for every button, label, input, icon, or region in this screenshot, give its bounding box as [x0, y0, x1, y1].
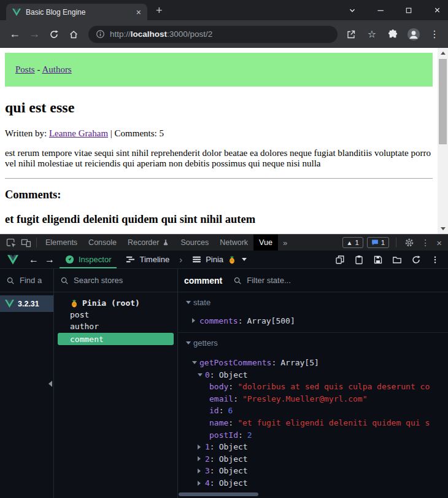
- minimize-button[interactable]: ─: [376, 6, 385, 15]
- tree-row-id[interactable]: id6: [178, 405, 448, 417]
- horizontal-scrollbar-thumb[interactable]: [179, 492, 258, 496]
- new-tab-button[interactable]: +: [156, 5, 163, 16]
- tree-section-getters[interactable]: getters: [178, 337, 448, 349]
- search-icon: [6, 276, 15, 285]
- caret-right-icon[interactable]: [198, 481, 205, 486]
- inspector-selector-pinia[interactable]: Pinia: [185, 251, 254, 268]
- tree-row-3[interactable]: 3Object: [178, 465, 448, 477]
- tree-row-body[interactable]: body"doloribus at sed quis culpa deserun…: [178, 381, 448, 393]
- maximize-button[interactable]: [404, 6, 414, 15]
- tab-timeline[interactable]: Timeline: [118, 251, 177, 268]
- scroll-down-arrow[interactable]: [438, 224, 448, 234]
- posts-link[interactable]: Posts: [15, 64, 35, 74]
- folder-icon[interactable]: [392, 254, 403, 265]
- error-badge[interactable]: ▲1: [342, 237, 363, 248]
- collapse-panel-arrow[interactable]: [48, 381, 52, 387]
- tree-row-name[interactable]: name"et fugit eligendi deleniti quidem q…: [178, 417, 448, 429]
- browser-tab[interactable]: Basic Blog Engine ×: [6, 4, 147, 20]
- devtools-close-icon[interactable]: ×: [435, 238, 444, 248]
- devtools-menu-icon[interactable]: ⋮: [419, 236, 431, 249]
- vue-version: 3.2.31: [18, 300, 39, 308]
- list-icon: [192, 255, 201, 264]
- more-tabs-icon[interactable]: »: [278, 238, 292, 247]
- clipboard-icon[interactable]: [353, 254, 365, 265]
- share-icon[interactable]: [344, 27, 358, 42]
- tab-vue[interactable]: Vue: [253, 235, 278, 251]
- caret-down-icon[interactable]: [192, 361, 199, 364]
- caret-down-icon[interactable]: [186, 341, 193, 344]
- tab-inspector[interactable]: Inspector: [58, 251, 118, 268]
- tree-row-0[interactable]: 0Object: [178, 368, 448, 381]
- tree-row-getpostcomments[interactable]: getPostCommentsArray[5]: [178, 357, 448, 369]
- breadcrumb-chevron: ›: [177, 254, 185, 265]
- caret-right-icon[interactable]: [198, 456, 205, 461]
- vue-forward-button[interactable]: →: [42, 254, 58, 265]
- url-text[interactable]: http://localhost:3000/post/2: [110, 29, 212, 39]
- page-scrollbar[interactable]: [438, 48, 448, 234]
- authors-link[interactable]: Authors: [42, 64, 71, 74]
- store-item-comment[interactable]: comment: [58, 333, 174, 345]
- filter-state-input[interactable]: [247, 276, 442, 285]
- vue-menu-icon[interactable]: [430, 254, 441, 265]
- store-item-author[interactable]: author: [54, 321, 177, 332]
- vue-back-button[interactable]: ←: [26, 254, 42, 265]
- tab-sources[interactable]: Sources: [175, 235, 214, 251]
- tree-row-comments[interactable]: commentsArray[500]: [178, 315, 448, 327]
- scrollbar-thumb[interactable]: [439, 59, 447, 144]
- back-button[interactable]: ←: [6, 26, 23, 43]
- extensions-puzzle-icon[interactable]: [385, 27, 400, 42]
- profile-avatar[interactable]: [406, 27, 421, 42]
- caret-right-icon[interactable]: [192, 318, 199, 323]
- caret-right-icon[interactable]: [198, 445, 205, 449]
- byline: Written by: Leanne Graham | Comments: 5: [5, 128, 433, 139]
- state-group: state commentsArray[500]: [178, 292, 448, 333]
- bookmark-star-icon[interactable]: ☆: [365, 27, 379, 42]
- caret-right-icon[interactable]: [198, 469, 205, 473]
- store-item-post[interactable]: post: [54, 309, 177, 321]
- forward-button[interactable]: →: [26, 26, 43, 43]
- scroll-up-arrow[interactable]: [438, 48, 448, 58]
- tab-elements[interactable]: Elements: [40, 235, 83, 251]
- inspect-element-icon[interactable]: [4, 236, 18, 249]
- search-stores-box[interactable]: [54, 269, 177, 292]
- caret-down-icon[interactable]: [186, 301, 193, 304]
- selected-store-title: comment: [184, 276, 222, 286]
- pineapple-icon: [70, 299, 79, 308]
- tab-recorder[interactable]: Recorder: [122, 235, 175, 251]
- tab-search-chevron-icon[interactable]: [347, 6, 357, 15]
- message-badge[interactable]: 1: [367, 237, 389, 248]
- copy-icon[interactable]: [334, 254, 346, 265]
- author-link[interactable]: Leanne Graham: [49, 128, 108, 138]
- tree-row-4[interactable]: 4Object: [178, 477, 448, 489]
- app-version-item[interactable]: 3.2.31: [0, 295, 53, 312]
- save-icon[interactable]: [373, 254, 384, 265]
- tab-close-icon[interactable]: ×: [136, 8, 141, 17]
- devtools-settings-gear-icon[interactable]: [403, 236, 415, 249]
- reload-button[interactable]: [45, 26, 63, 43]
- device-toolbar-icon[interactable]: [18, 236, 33, 249]
- home-button[interactable]: [65, 26, 82, 43]
- tab-console[interactable]: Console: [83, 235, 122, 251]
- tree-row-2[interactable]: 2Object: [178, 453, 448, 465]
- tree-row-postid[interactable]: postId2: [178, 429, 448, 441]
- site-nav-banner: Posts - Authors: [5, 53, 433, 87]
- tree-section-state[interactable]: state: [178, 297, 448, 309]
- url-bar[interactable]: http://localhost:3000/post/2: [88, 26, 338, 43]
- stores-panel: Pinia (root) post author comment: [54, 269, 178, 498]
- search-stores-input[interactable]: [74, 276, 171, 285]
- tree-row-email[interactable]: email"Presley.Mueller@myrl.com": [178, 393, 448, 405]
- browser-menu-icon[interactable]: ⋮: [427, 27, 442, 42]
- devtools-tabbar: Elements Console Recorder Sources Networ…: [0, 234, 448, 251]
- close-window-button[interactable]: [432, 6, 442, 15]
- site-info-icon[interactable]: [96, 29, 105, 39]
- browser-toolbar: ← → http://localhost:3000/post/2 ☆ ⋮: [0, 20, 448, 48]
- find-app-input[interactable]: [20, 276, 47, 285]
- refresh-icon[interactable]: [411, 254, 422, 265]
- devtools-status-area: ▲1 1 ⋮ ×: [342, 236, 444, 249]
- caret-down-icon[interactable]: [198, 373, 205, 376]
- tab-network[interactable]: Network: [214, 235, 253, 251]
- find-app-searchbox[interactable]: [0, 269, 53, 292]
- store-item-pinia-root[interactable]: Pinia (root): [54, 297, 177, 309]
- page-content: Posts - Authors qui est esse Written by:…: [0, 48, 438, 234]
- tree-row-1[interactable]: 1Object: [178, 441, 448, 453]
